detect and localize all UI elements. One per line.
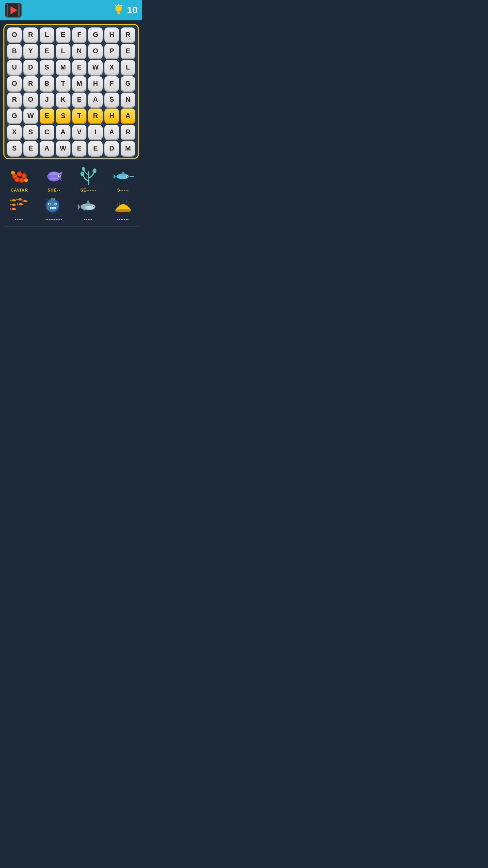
svg-marker-50 [17,203,19,205]
grid-cell-7[interactable]: R [121,27,135,42]
svg-point-31 [92,168,97,174]
word-item-blowfish[interactable]: ---------- [37,195,70,222]
grid-cell-42[interactable]: E [40,108,54,123]
grid-cell-4[interactable]: F [72,27,87,42]
word-item-seaweed[interactable]: SE------ [72,166,105,193]
grid-cell-53[interactable]: I [88,125,103,139]
word-item-clam[interactable]: ------- [106,195,140,222]
svg-point-55 [23,200,27,202]
svg-marker-35 [114,174,116,179]
grid-cell-43[interactable]: S [56,108,70,123]
svg-rect-70 [54,207,56,209]
grid-cell-46[interactable]: H [104,108,119,123]
grid-cell-36[interactable]: E [72,93,87,107]
svg-point-51 [22,203,22,204]
svg-point-74 [55,203,57,205]
word-label-seaweed: SE------ [80,188,97,193]
svg-point-40 [12,199,16,201]
grid-cell-51[interactable]: A [56,125,70,139]
grid-cell-57[interactable]: E [23,141,38,156]
grid-cell-23[interactable]: L [121,60,135,75]
grid-cell-47[interactable]: A [121,108,135,123]
svg-marker-41 [10,199,12,201]
swordfish-icon [111,166,135,186]
grid-cell-32[interactable]: R [7,93,22,107]
grid-cell-60[interactable]: E [72,141,87,156]
grid-cell-17[interactable]: D [23,60,38,75]
word-item-shell[interactable]: SHE-- [37,166,70,193]
grid-cell-39[interactable]: N [121,93,135,107]
grid-cell-20[interactable]: E [72,60,87,75]
svg-point-45 [21,199,21,199]
grid-cell-56[interactable]: S [7,141,22,156]
word-item-shark[interactable]: ----- [72,195,105,222]
svg-point-72 [49,203,50,205]
word-item-fish[interactable]: ----- [3,195,36,222]
words-section: CAVIAR SHE-- [0,163,142,224]
grid-cell-11[interactable]: L [56,44,70,58]
grid-cell-15[interactable]: E [121,44,135,58]
grid-cell-38[interactable]: S [104,93,119,107]
grid-cell-16[interactable]: U [7,60,22,75]
svg-line-6 [121,5,122,6]
svg-point-46 [12,203,16,205]
svg-point-83 [93,205,94,206]
grid-cell-30[interactable]: F [104,76,119,91]
grid-cell-33[interactable]: O [23,93,38,107]
grid-cell-35[interactable]: K [56,93,70,107]
svg-marker-56 [21,200,23,202]
grid-cell-49[interactable]: S [23,125,38,139]
grid-cell-40[interactable]: G [7,108,22,123]
grid-cell-0[interactable]: O [7,27,22,42]
grid-cell-14[interactable]: P [104,44,119,58]
grid-cell-44[interactable]: T [72,108,87,123]
grid-cell-24[interactable]: O [7,76,22,91]
grid-cell-12[interactable]: N [72,44,87,58]
svg-point-42 [15,199,15,200]
grid-cell-1[interactable]: R [23,27,38,42]
grid-cell-6[interactable]: H [104,27,119,42]
grid-cell-25[interactable]: R [23,76,38,91]
word-item-caviar[interactable]: CAVIAR [3,166,36,193]
grid-cell-13[interactable]: O [88,44,103,58]
grid-cell-5[interactable]: G [88,27,103,42]
shark-icon [77,195,100,216]
grid-cell-63[interactable]: M [121,141,135,156]
grid-cell-59[interactable]: W [56,141,70,156]
grid-cell-55[interactable]: R [121,125,135,139]
play-icon [11,6,17,14]
grid-cell-29[interactable]: H [88,76,103,91]
grid-cell-37[interactable]: A [88,93,103,107]
grid-cell-50[interactable]: C [40,125,54,139]
hint-area: 10 [112,4,138,17]
grid-cell-61[interactable]: E [88,141,103,156]
grid-cell-2[interactable]: L [40,27,54,42]
grid-cell-34[interactable]: J [40,93,54,107]
grid-cell-31[interactable]: G [121,76,135,91]
grid-cell-26[interactable]: B [40,76,54,91]
word-item-swordfish[interactable]: S----- [106,166,140,193]
grid-cell-28[interactable]: M [72,76,87,91]
svg-rect-3 [118,13,120,14]
video-button[interactable] [5,3,22,18]
grid-cell-62[interactable]: D [104,141,119,156]
grid-cell-52[interactable]: V [72,125,87,139]
grid-cell-18[interactable]: S [40,60,54,75]
word-label-blowfish: ---------- [45,217,62,222]
grid-cell-10[interactable]: E [40,44,54,58]
grid-cell-21[interactable]: W [88,60,103,75]
grid-cell-48[interactable]: X [7,125,22,139]
shell-fish-icon [42,166,66,186]
svg-line-66 [46,210,48,212]
grid-cell-45[interactable]: R [88,108,103,123]
grid-cell-9[interactable]: Y [23,44,38,58]
grid-cell-22[interactable]: X [104,60,119,75]
grid-cell-58[interactable]: A [40,141,54,156]
svg-marker-36 [121,171,125,174]
grid-cell-41[interactable]: W [23,108,38,123]
grid-cell-8[interactable]: B [7,44,22,58]
grid-cell-3[interactable]: E [56,27,70,42]
grid-cell-19[interactable]: M [56,60,70,75]
grid-cell-27[interactable]: T [56,76,70,91]
grid-cell-54[interactable]: A [104,125,119,139]
